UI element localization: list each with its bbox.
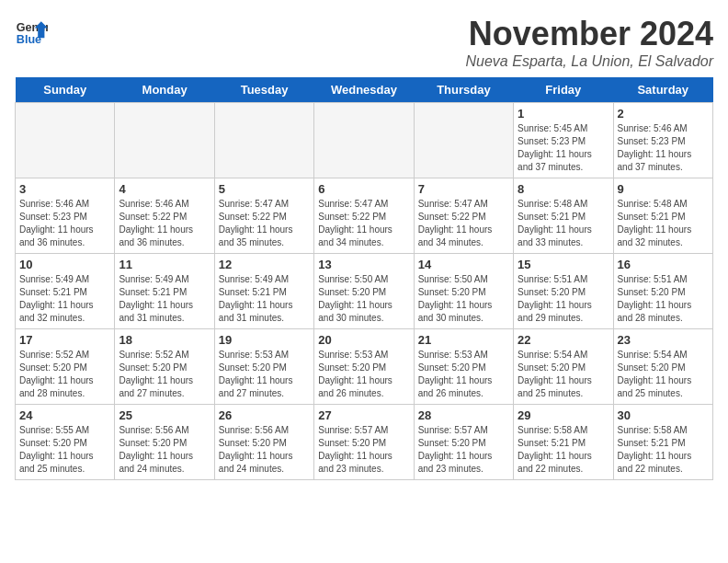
day-number: 17 <box>19 333 110 347</box>
day-number: 16 <box>618 258 709 271</box>
day-number: 30 <box>618 408 709 422</box>
week-row-0: 1Sunrise: 5:45 AM Sunset: 5:23 PM Daylig… <box>16 103 713 178</box>
month-title: November 2024 <box>466 15 713 53</box>
day-number: 22 <box>518 333 609 347</box>
week-row-2: 10Sunrise: 5:49 AM Sunset: 5:21 PM Dayli… <box>16 254 713 329</box>
calendar-cell <box>16 103 115 178</box>
calendar-cell: 16Sunrise: 5:51 AM Sunset: 5:20 PM Dayli… <box>613 254 712 329</box>
day-number: 14 <box>418 258 509 271</box>
day-info: Sunrise: 5:53 AM Sunset: 5:20 PM Dayligh… <box>418 349 509 400</box>
calendar-cell: 27Sunrise: 5:57 AM Sunset: 5:20 PM Dayli… <box>314 405 414 480</box>
day-info: Sunrise: 5:52 AM Sunset: 5:20 PM Dayligh… <box>19 349 110 400</box>
day-info: Sunrise: 5:48 AM Sunset: 5:21 PM Dayligh… <box>618 198 709 249</box>
header: General Blue November 2024 Nueva Esparta… <box>15 15 713 70</box>
calendar-cell: 5Sunrise: 5:47 AM Sunset: 5:22 PM Daylig… <box>214 178 313 254</box>
calendar-cell: 21Sunrise: 5:53 AM Sunset: 5:20 PM Dayli… <box>414 329 513 405</box>
day-info: Sunrise: 5:58 AM Sunset: 5:21 PM Dayligh… <box>518 424 609 476</box>
logo-icon: General Blue <box>15 15 48 48</box>
calendar-cell: 7Sunrise: 5:47 AM Sunset: 5:22 PM Daylig… <box>414 178 513 254</box>
calendar-cell: 2Sunrise: 5:46 AM Sunset: 5:23 PM Daylig… <box>613 103 712 178</box>
calendar-cell: 18Sunrise: 5:52 AM Sunset: 5:20 PM Dayli… <box>115 329 214 405</box>
calendar-cell: 22Sunrise: 5:54 AM Sunset: 5:20 PM Dayli… <box>514 329 613 405</box>
day-info: Sunrise: 5:46 AM Sunset: 5:23 PM Dayligh… <box>618 122 709 174</box>
calendar-cell: 30Sunrise: 5:58 AM Sunset: 5:21 PM Dayli… <box>613 405 712 480</box>
calendar-cell: 24Sunrise: 5:55 AM Sunset: 5:20 PM Dayli… <box>16 405 115 480</box>
day-number: 7 <box>418 182 509 196</box>
day-number: 4 <box>119 182 210 196</box>
day-header-tuesday: Tuesday <box>214 77 313 103</box>
day-info: Sunrise: 5:47 AM Sunset: 5:22 PM Dayligh… <box>318 198 409 249</box>
calendar-cell: 25Sunrise: 5:56 AM Sunset: 5:20 PM Dayli… <box>115 405 214 480</box>
day-info: Sunrise: 5:53 AM Sunset: 5:20 PM Dayligh… <box>219 349 310 400</box>
day-header-saturday: Saturday <box>613 77 712 103</box>
calendar-cell <box>115 103 214 178</box>
calendar-cell: 14Sunrise: 5:50 AM Sunset: 5:20 PM Dayli… <box>414 254 513 329</box>
logo: General Blue <box>15 15 48 48</box>
day-info: Sunrise: 5:50 AM Sunset: 5:20 PM Dayligh… <box>318 273 409 325</box>
day-number: 12 <box>219 258 310 271</box>
calendar-cell <box>214 103 313 178</box>
calendar-header: SundayMondayTuesdayWednesdayThursdayFrid… <box>16 77 713 103</box>
day-number: 19 <box>219 333 310 347</box>
day-info: Sunrise: 5:56 AM Sunset: 5:20 PM Dayligh… <box>219 424 310 476</box>
subtitle: Nueva Esparta, La Union, El Salvador <box>466 53 713 70</box>
calendar-cell <box>414 103 513 178</box>
day-info: Sunrise: 5:57 AM Sunset: 5:20 PM Dayligh… <box>418 424 509 476</box>
calendar-cell: 13Sunrise: 5:50 AM Sunset: 5:20 PM Dayli… <box>314 254 414 329</box>
day-info: Sunrise: 5:50 AM Sunset: 5:20 PM Dayligh… <box>418 273 509 325</box>
calendar-cell: 1Sunrise: 5:45 AM Sunset: 5:23 PM Daylig… <box>514 103 613 178</box>
calendar-cell: 28Sunrise: 5:57 AM Sunset: 5:20 PM Dayli… <box>414 405 513 480</box>
day-info: Sunrise: 5:52 AM Sunset: 5:20 PM Dayligh… <box>119 349 210 400</box>
week-row-4: 24Sunrise: 5:55 AM Sunset: 5:20 PM Dayli… <box>16 405 713 480</box>
day-header-monday: Monday <box>115 77 214 103</box>
day-info: Sunrise: 5:53 AM Sunset: 5:20 PM Dayligh… <box>318 349 409 400</box>
day-number: 8 <box>518 182 609 196</box>
day-header-wednesday: Wednesday <box>314 77 414 103</box>
calendar-cell: 15Sunrise: 5:51 AM Sunset: 5:20 PM Dayli… <box>514 254 613 329</box>
day-number: 26 <box>219 408 310 422</box>
week-row-1: 3Sunrise: 5:46 AM Sunset: 5:23 PM Daylig… <box>16 178 713 254</box>
day-info: Sunrise: 5:45 AM Sunset: 5:23 PM Dayligh… <box>518 122 609 174</box>
day-info: Sunrise: 5:47 AM Sunset: 5:22 PM Dayligh… <box>418 198 509 249</box>
day-number: 23 <box>618 333 709 347</box>
calendar-cell: 23Sunrise: 5:54 AM Sunset: 5:20 PM Dayli… <box>613 329 712 405</box>
calendar-cell: 8Sunrise: 5:48 AM Sunset: 5:21 PM Daylig… <box>514 178 613 254</box>
day-number: 3 <box>19 182 110 196</box>
day-number: 11 <box>119 258 210 271</box>
day-header-thursday: Thursday <box>414 77 513 103</box>
calendar-cell: 6Sunrise: 5:47 AM Sunset: 5:22 PM Daylig… <box>314 178 414 254</box>
day-number: 15 <box>518 258 609 271</box>
day-info: Sunrise: 5:51 AM Sunset: 5:20 PM Dayligh… <box>518 273 609 325</box>
day-number: 5 <box>219 182 310 196</box>
day-number: 20 <box>318 333 409 347</box>
day-number: 27 <box>318 408 409 422</box>
svg-text:Blue: Blue <box>17 33 41 46</box>
day-number: 6 <box>318 182 409 196</box>
week-row-3: 17Sunrise: 5:52 AM Sunset: 5:20 PM Dayli… <box>16 329 713 405</box>
calendar-cell: 26Sunrise: 5:56 AM Sunset: 5:20 PM Dayli… <box>214 405 313 480</box>
day-info: Sunrise: 5:49 AM Sunset: 5:21 PM Dayligh… <box>219 273 310 325</box>
calendar-cell: 29Sunrise: 5:58 AM Sunset: 5:21 PM Dayli… <box>514 405 613 480</box>
day-info: Sunrise: 5:55 AM Sunset: 5:20 PM Dayligh… <box>19 424 110 476</box>
day-number: 18 <box>119 333 210 347</box>
day-info: Sunrise: 5:56 AM Sunset: 5:20 PM Dayligh… <box>119 424 210 476</box>
day-info: Sunrise: 5:49 AM Sunset: 5:21 PM Dayligh… <box>19 273 110 325</box>
calendar-cell: 3Sunrise: 5:46 AM Sunset: 5:23 PM Daylig… <box>16 178 115 254</box>
day-number: 21 <box>418 333 509 347</box>
calendar-cell: 20Sunrise: 5:53 AM Sunset: 5:20 PM Dayli… <box>314 329 414 405</box>
day-number: 29 <box>518 408 609 422</box>
day-number: 24 <box>19 408 110 422</box>
day-info: Sunrise: 5:51 AM Sunset: 5:20 PM Dayligh… <box>618 273 709 325</box>
day-header-sunday: Sunday <box>16 77 115 103</box>
day-number: 1 <box>518 107 609 121</box>
day-info: Sunrise: 5:49 AM Sunset: 5:21 PM Dayligh… <box>119 273 210 325</box>
calendar-cell: 11Sunrise: 5:49 AM Sunset: 5:21 PM Dayli… <box>115 254 214 329</box>
calendar-cell: 19Sunrise: 5:53 AM Sunset: 5:20 PM Dayli… <box>214 329 313 405</box>
day-info: Sunrise: 5:58 AM Sunset: 5:21 PM Dayligh… <box>618 424 709 476</box>
calendar-cell: 9Sunrise: 5:48 AM Sunset: 5:21 PM Daylig… <box>613 178 712 254</box>
calendar: SundayMondayTuesdayWednesdayThursdayFrid… <box>15 77 713 480</box>
day-number: 25 <box>119 408 210 422</box>
calendar-cell: 10Sunrise: 5:49 AM Sunset: 5:21 PM Dayli… <box>16 254 115 329</box>
day-number: 28 <box>418 408 509 422</box>
calendar-body: 1Sunrise: 5:45 AM Sunset: 5:23 PM Daylig… <box>16 103 713 480</box>
